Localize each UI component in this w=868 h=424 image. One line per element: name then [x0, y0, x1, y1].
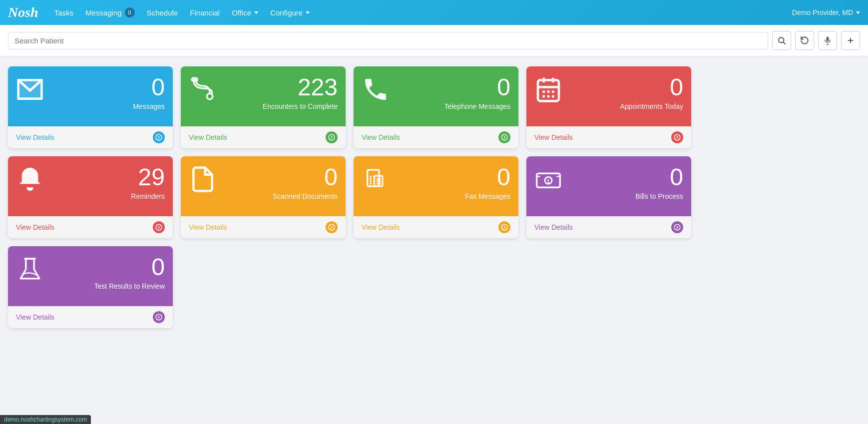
card-count-scanned-documents: 0	[273, 165, 338, 189]
flask-icon	[16, 255, 44, 287]
nav-schedule[interactable]: Schedule	[147, 8, 178, 17]
card-label-telephone: Telephone Messages	[444, 102, 510, 110]
card-messages: 0 Messages View Details	[8, 66, 173, 148]
card-telephone: 0 Telephone Messages View Details	[354, 66, 518, 148]
dashboard-grid: 0 Messages View Details	[0, 56, 699, 338]
bell-icon	[16, 165, 44, 197]
svg-rect-29	[370, 176, 372, 178]
svg-rect-21	[542, 95, 545, 98]
document-icon	[189, 165, 217, 197]
app-logo[interactable]: Nosh	[8, 4, 38, 20]
nav-financial[interactable]: Financial	[190, 8, 220, 17]
svg-rect-2	[827, 37, 829, 41]
svg-rect-32	[379, 178, 381, 180]
view-details-arrow-scanned-documents[interactable]	[326, 221, 338, 233]
card-top-test-results: 0 Test Results to Review	[8, 246, 173, 306]
messaging-badge: 0	[125, 7, 135, 17]
svg-rect-18	[542, 90, 545, 93]
card-footer-bills: View Details	[526, 216, 691, 238]
view-details-link-bills[interactable]: View Details	[534, 223, 573, 231]
view-details-arrow-bills[interactable]	[671, 221, 683, 233]
card-count-bills: 0	[635, 165, 683, 189]
svg-point-43	[501, 224, 507, 230]
view-details-arrow-fax-messages[interactable]	[498, 221, 510, 233]
svg-rect-34	[379, 180, 381, 182]
card-top-reminders: 29 Reminders	[8, 156, 173, 216]
card-count-test-results: 0	[94, 255, 165, 279]
nav-messaging[interactable]: Messaging 0	[85, 7, 135, 17]
main-nav: Nosh Tasks Messaging 0 Schedule Financia…	[0, 0, 868, 25]
card-footer-messages: View Details	[8, 126, 173, 148]
view-details-link-telephone[interactable]: View Details	[362, 133, 400, 141]
svg-rect-41	[373, 180, 375, 182]
svg-point-49	[674, 224, 680, 230]
card-fax-messages: 0 Fax Messages View Details	[354, 156, 518, 238]
view-details-link-scanned-documents[interactable]: View Details	[189, 223, 227, 231]
card-label-reminders: Reminders	[131, 192, 165, 200]
card-label-fax-messages: Fax Messages	[465, 192, 510, 200]
card-top-bills: 1 0 Bills to Process	[526, 156, 691, 216]
card-count-encounters: 223	[263, 75, 338, 99]
card-label-encounters: Encounters to Complete	[263, 102, 338, 110]
svg-point-9	[207, 93, 213, 99]
card-label-scanned-documents: Scanned Documents	[273, 192, 338, 200]
svg-point-25	[156, 224, 162, 230]
card-count-fax-messages: 0	[465, 165, 510, 189]
card-count-appointments: 0	[620, 75, 683, 99]
view-details-arrow-reminders[interactable]	[153, 221, 165, 233]
search-input[interactable]	[8, 32, 768, 49]
view-details-link-messages[interactable]: View Details	[16, 133, 54, 141]
view-details-arrow-appointments[interactable]	[671, 131, 683, 143]
view-details-link-reminders[interactable]: View Details	[16, 223, 54, 231]
phone-icon	[362, 75, 390, 107]
card-label-appointments: Appointments Today	[620, 102, 683, 110]
svg-line-1	[783, 42, 785, 44]
add-button[interactable]	[841, 31, 860, 50]
search-button[interactable]	[772, 31, 791, 50]
svg-rect-20	[552, 90, 554, 93]
svg-rect-47	[537, 176, 540, 177]
svg-rect-23	[552, 95, 554, 98]
nav-office[interactable]: Office	[232, 8, 258, 17]
svg-point-8	[156, 134, 162, 140]
card-top-fax-messages: 0 Fax Messages	[354, 156, 518, 216]
svg-point-13	[501, 134, 507, 140]
card-appointments: 0 Appointments Today View Details	[526, 66, 691, 148]
user-menu[interactable]: Demo Provider, MD	[792, 8, 860, 16]
view-details-arrow-encounters[interactable]	[326, 131, 338, 143]
card-footer-fax-messages: View Details	[354, 216, 518, 238]
envelope-icon	[16, 75, 44, 107]
card-label-messages: Messages	[133, 102, 165, 110]
view-details-arrow-messages[interactable]	[153, 131, 165, 143]
svg-rect-14	[538, 80, 559, 101]
card-encounters: 223 Encounters to Complete View Details	[181, 66, 346, 148]
configure-dropdown-arrow	[306, 11, 310, 14]
svg-point-26	[329, 224, 335, 230]
stethoscope-icon	[189, 75, 217, 107]
view-details-arrow-test-results[interactable]	[153, 311, 165, 323]
view-details-link-appointments[interactable]: View Details	[534, 133, 573, 141]
card-top-appointments: 0 Appointments Today	[526, 66, 691, 126]
view-details-link-encounters[interactable]: View Details	[189, 133, 227, 141]
card-footer-reminders: View Details	[8, 216, 173, 238]
search-bar	[0, 25, 868, 56]
view-details-link-test-results[interactable]: View Details	[16, 313, 54, 321]
card-footer-appointments: View Details	[526, 126, 691, 148]
card-top-scanned-documents: 0 Scanned Documents	[181, 156, 346, 216]
svg-rect-39	[370, 183, 372, 185]
svg-rect-40	[373, 178, 375, 180]
svg-rect-31	[377, 178, 379, 180]
card-footer-scanned-documents: View Details	[181, 216, 346, 238]
card-label-bills: Bills to Process	[635, 192, 683, 200]
view-details-link-fax-messages[interactable]: View Details	[362, 223, 400, 231]
nav-tasks[interactable]: Tasks	[54, 8, 73, 17]
nav-configure[interactable]: Configure	[270, 8, 310, 17]
card-reminders: 29 Reminders View Details	[8, 156, 173, 238]
card-bills: 1 0 Bills to Process View Details	[526, 156, 691, 238]
microphone-button[interactable]	[818, 31, 837, 50]
view-details-arrow-telephone[interactable]	[498, 131, 510, 143]
dollar-icon: 1	[534, 165, 562, 197]
history-button[interactable]	[795, 31, 814, 50]
card-test-results: 0 Test Results to Review View Details	[8, 246, 173, 328]
svg-rect-30	[373, 176, 375, 178]
